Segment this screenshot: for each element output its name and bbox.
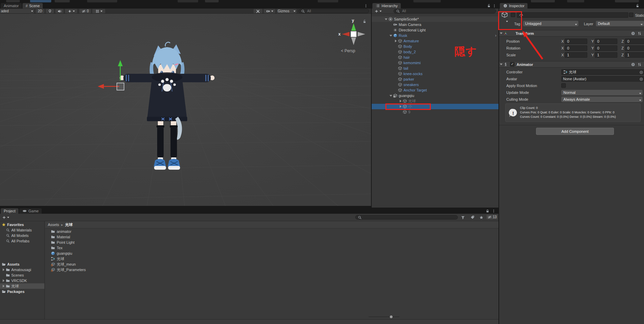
chevron-right-icon[interactable] (398, 98, 402, 104)
tab-hierarchy[interactable]: Hierarchy (372, 3, 401, 9)
tab-game[interactable]: Game (19, 208, 42, 214)
project-hidden-count-button[interactable]: 13 (487, 215, 497, 219)
transform-value-field[interactable] (625, 52, 644, 58)
chevron-down-icon[interactable] (389, 93, 393, 98)
hierarchy-item-item-16[interactable]: 小 (372, 104, 498, 109)
foldout-icon[interactable] (499, 62, 503, 67)
hierarchy-item-main-camera[interactable]: Main Camera (372, 22, 498, 27)
transform-value-field[interactable] (565, 52, 587, 58)
inspector-lock-icon[interactable] (635, 3, 640, 8)
transform-value-field[interactable] (595, 52, 617, 58)
help-icon[interactable]: ? (631, 31, 635, 36)
hierarchy-create-button[interactable] (373, 9, 383, 13)
object-picker-icon[interactable] (639, 70, 644, 75)
animator-field-checkbox[interactable] (561, 83, 566, 88)
hierarchy-item-kemomimi[interactable]: kemomimi (372, 60, 498, 66)
gizmos-dropdown[interactable]: Gizmos (277, 9, 297, 13)
row-menu-icon[interactable] (412, 17, 417, 22)
toggle-2d-button[interactable]: 2D (36, 9, 44, 13)
hierarchy-item-body[interactable]: Body (372, 44, 498, 49)
sidebar-folder-vrcsdk[interactable]: VRCSDK (0, 278, 44, 283)
hierarchy-item-samplescene[interactable]: SampleScene* (372, 16, 498, 22)
prefab-open-chevron-icon[interactable]: › (495, 33, 496, 38)
viewport-unlock-icon[interactable] (362, 19, 367, 24)
chevron-down-icon[interactable] (384, 16, 388, 22)
sidebar-item-all-prefabs[interactable]: All Prefabs (0, 238, 44, 244)
saved-search-icon[interactable] (479, 215, 484, 220)
hierarchy-lock-icon[interactable] (487, 3, 491, 8)
tab-scene[interactable]: #Scene (23, 3, 43, 9)
asset-item-meun[interactable]: {}光球_meun (45, 262, 498, 267)
shading-mode-dropdown[interactable]: aded (0, 9, 34, 13)
search-by-type-icon[interactable] (461, 215, 465, 220)
hierarchy-item-anchor-target[interactable]: Anchor Target (372, 87, 498, 93)
tag-dropdown[interactable]: Untagged (523, 21, 578, 26)
transform-value-field[interactable] (595, 39, 617, 44)
object-picker-icon[interactable] (639, 77, 644, 82)
gameobject-icon-button[interactable] (501, 11, 508, 18)
hierarchy-item-9[interactable]: 9 (372, 109, 498, 115)
chevron-right-icon[interactable] (1, 278, 5, 283)
add-component-button[interactable]: Add Component (536, 128, 614, 135)
chevron-right-icon[interactable] (394, 38, 398, 44)
hierarchy-item-armature[interactable]: Armature (372, 38, 498, 44)
transform-value-input[interactable] (566, 53, 586, 57)
name-field[interactable] (517, 12, 628, 18)
hierarchy-item-body-2[interactable]: body_2 (372, 49, 498, 55)
scene-search[interactable] (299, 9, 369, 13)
transform-value-field[interactable] (565, 39, 587, 44)
hierarchy-search-input[interactable] (401, 9, 494, 13)
chevron-down-icon[interactable] (389, 33, 393, 38)
transform-value-input[interactable] (566, 46, 586, 51)
scene-effects-dropdown[interactable] (65, 9, 77, 13)
project-menu-icon[interactable] (491, 209, 496, 213)
icon-dropdown-arrow[interactable] (506, 21, 508, 23)
animator-field-dropdown[interactable]: Always Animate (561, 97, 643, 102)
sidebar-folder-scenes[interactable]: Scenes (0, 272, 44, 278)
transform-value-field[interactable] (625, 45, 644, 51)
sidebar-folder-packages[interactable]: Packages (0, 289, 44, 294)
project-search-input[interactable] (363, 215, 456, 220)
project-create-button[interactable] (1, 215, 10, 220)
scene-menu-icon[interactable] (364, 3, 368, 8)
transform-value-field[interactable] (625, 39, 644, 44)
zoom-slider[interactable] (369, 316, 399, 317)
sidebar-folder-assets[interactable]: Assets (0, 262, 44, 267)
help-icon[interactable]: ? (631, 62, 635, 67)
scene-tools-button[interactable] (254, 9, 262, 13)
presets-icon[interactable] (637, 62, 642, 67)
transform-value-input[interactable] (566, 39, 586, 44)
scene-viewport[interactable]: y x < Persp (0, 14, 371, 206)
animator-object-field[interactable]: None (Avatar) (561, 76, 644, 82)
tab-animator[interactable]: Animator (1, 3, 22, 9)
animator-object-field[interactable]: 光球 (561, 69, 644, 75)
animator-enabled-checkbox[interactable] (510, 62, 515, 67)
asset-item-guangqiu[interactable]: guangqiu (45, 251, 498, 256)
hierarchy-search[interactable] (394, 9, 496, 13)
chevron-right-icon[interactable] (1, 283, 5, 289)
transform-value-input[interactable] (597, 39, 616, 44)
breadcrumb-current[interactable]: 光球 (65, 222, 73, 227)
asset-item-parameters[interactable]: {}光球_Parameters (45, 267, 498, 272)
transform-header[interactable]: Transform ? (499, 30, 644, 37)
hierarchy-item-tail[interactable]: tail (372, 66, 498, 71)
scene-hidden-objects-button[interactable]: 0 (79, 9, 91, 13)
hierarchy-item-sneakers[interactable]: sneakers (372, 82, 498, 87)
transform-value-input[interactable] (627, 53, 644, 57)
animator-field-dropdown[interactable]: Normal (561, 90, 643, 95)
asset-item-point-light[interactable]: Point Light (45, 240, 498, 245)
sidebar-folder-amatousagi[interactable]: Amatousagi (0, 267, 44, 272)
static-checkbox[interactable] (629, 13, 633, 17)
zoom-slider-handle[interactable] (390, 315, 393, 318)
active-checkbox[interactable] (511, 13, 515, 17)
asset-item-tex[interactable]: Tex (45, 245, 498, 251)
presets-icon[interactable] (637, 31, 642, 36)
transform-value-field[interactable] (565, 45, 587, 51)
animator-header[interactable]: Animator ? (499, 61, 644, 68)
transform-value-input[interactable] (627, 46, 644, 51)
name-input[interactable] (519, 13, 627, 17)
tab-project[interactable]: Project (1, 208, 18, 214)
chevron-right-icon[interactable] (398, 104, 402, 109)
transform-value-field[interactable] (595, 45, 617, 51)
hierarchy-item-item-15[interactable]: 光球 (372, 98, 498, 104)
